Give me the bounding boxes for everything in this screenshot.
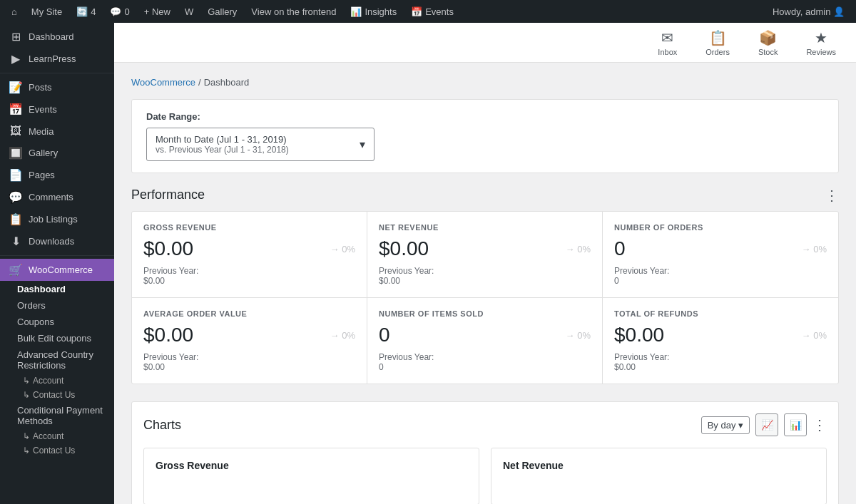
by-day-select[interactable]: By day ▾ — [701, 416, 750, 434]
perf-value-row-items-sold: 0 → 0% — [379, 324, 591, 346]
charts-section: Charts By day ▾ 📈 📊 ⋮ — [131, 401, 839, 504]
perf-prev-net-revenue: Previous Year: $0.00 — [379, 266, 591, 286]
performance-section: Performance ⋮ GROSS REVENUE $0.00 → 0% P… — [131, 187, 839, 384]
adminbar-site-name[interactable]: My Site — [26, 0, 68, 23]
performance-more-icon[interactable]: ⋮ — [825, 188, 839, 202]
perf-value-net-revenue: $0.00 — [379, 237, 429, 260]
sidebar-item-gallery[interactable]: 🔲 Gallery — [0, 142, 114, 164]
perf-change-gross-revenue: → 0% — [330, 244, 355, 254]
sidebar-item-downloads[interactable]: ⬇ Downloads — [0, 230, 114, 252]
adminbar-insights[interactable]: 📊 Insights — [345, 0, 402, 23]
performance-grid: GROSS REVENUE $0.00 → 0% Previous Year: … — [131, 211, 839, 384]
perf-value-row-gross-revenue: $0.00 → 0% — [143, 237, 355, 260]
sidebar-item-learnpress[interactable]: ▶ LearnPress — [0, 48, 114, 70]
net-revenue-chart-title: Net Revenue — [503, 460, 815, 471]
sidebar-submenu-cpm-contact[interactable]: ↳ Contact Us — [0, 443, 114, 458]
sidebar-submenu-orders[interactable]: Orders — [0, 297, 114, 314]
sidebar-item-media[interactable]: 🖼 Media — [0, 120, 114, 142]
adminbar-events[interactable]: 📅 Events — [405, 0, 459, 23]
perf-cell-gross-revenue: GROSS REVENUE $0.00 → 0% Previous Year: … — [132, 212, 367, 298]
adminbar-user[interactable]: Howdy, admin 👤 — [767, 6, 850, 17]
sidebar-submenu-bulk-edit[interactable]: Bulk Edit coupons — [0, 330, 114, 346]
content-inner: WooCommerce / Dashboard Date Range: Mont… — [114, 63, 856, 504]
bar-chart-icon: 📊 — [790, 419, 802, 431]
adminbar-new[interactable]: + New — [138, 0, 176, 23]
sidebar: ⊞ Dashboard ▶ LearnPress 📝 Posts 📅 Event… — [0, 23, 114, 504]
sidebar-submenu-advanced-country[interactable]: Advanced Country Restrictions — [0, 346, 114, 374]
media-icon: 🖼 — [9, 125, 23, 138]
sidebar-item-comments[interactable]: 💬 Comments — [0, 186, 114, 208]
reviews-icon: ★ — [815, 29, 827, 46]
perf-change-avg-order: → 0% — [330, 330, 355, 341]
main-layout: ⊞ Dashboard ▶ LearnPress 📝 Posts 📅 Event… — [0, 23, 856, 504]
perf-value-orders: 0 — [614, 237, 626, 260]
date-range-label: Date Range: — [146, 111, 824, 122]
charts-more-icon[interactable]: ⋮ — [812, 418, 827, 432]
adminbar-comments[interactable]: 💬 0 — [104, 0, 135, 23]
top-icon-orders[interactable]: 📋 Orders — [700, 26, 735, 59]
charts-controls: By day ▾ 📈 📊 ⋮ — [701, 413, 827, 436]
perf-cell-orders: NUMBER OF ORDERS 0 → 0% Previous Year: 0 — [603, 212, 838, 298]
admin-bar: ⌂ My Site 🔄 4 💬 0 + New W Gallery View o… — [0, 0, 856, 23]
perf-cell-avg-order: AVERAGE ORDER VALUE $0.00 → 0% Previous … — [132, 298, 367, 384]
sidebar-item-woocommerce[interactable]: 🛒 WooCommerce — [0, 259, 114, 281]
adminbar-wp[interactable]: W — [179, 0, 199, 23]
performance-title: Performance — [131, 187, 205, 202]
sidebar-submenu-cpm-account[interactable]: ↳ Account — [0, 429, 114, 443]
sidebar-submenu-account-1[interactable]: ↳ Account — [0, 374, 114, 388]
stock-icon: 📦 — [759, 29, 777, 46]
sidebar-submenu-conditional-payment[interactable]: Conditional Payment Methods — [0, 402, 114, 429]
breadcrumb-parent[interactable]: WooCommerce — [131, 77, 195, 88]
date-range-text: Month to Date (Jul 1 - 31, 2019) vs. Pre… — [156, 134, 289, 155]
perf-change-net-revenue: → 0% — [566, 244, 591, 254]
sidebar-submenu-coupons[interactable]: Coupons — [0, 314, 114, 330]
sidebar-item-events[interactable]: 📅 Events — [0, 98, 114, 120]
net-revenue-chart-card: Net Revenue — [491, 448, 827, 504]
sidebar-item-posts[interactable]: 📝 Posts — [0, 76, 114, 98]
perf-label-orders: NUMBER OF ORDERS — [614, 223, 827, 232]
date-range-select[interactable]: Month to Date (Jul 1 - 31, 2019) vs. Pre… — [146, 128, 374, 161]
adminbar-site-icon[interactable]: ⌂ — [6, 0, 23, 23]
perf-value-gross-revenue: $0.00 — [143, 237, 193, 260]
woocommerce-icon: 🛒 — [9, 263, 23, 277]
perf-label-avg-order: AVERAGE ORDER VALUE — [143, 309, 355, 318]
posts-icon: 📝 — [9, 81, 23, 94]
perf-label-items-sold: NUMBER OF ITEMS SOLD — [379, 309, 591, 318]
breadcrumb-current: Dashboard — [204, 77, 250, 88]
perf-value-row-orders: 0 → 0% — [614, 237, 827, 260]
charts-title: Charts — [143, 418, 181, 433]
perf-prev-refunds: Previous Year: $0.00 — [614, 352, 827, 372]
perf-change-orders: → 0% — [802, 244, 827, 254]
perf-cell-net-revenue: NET REVENUE $0.00 → 0% Previous Year: $0… — [367, 212, 603, 298]
perf-prev-gross-revenue: Previous Year: $0.00 — [143, 266, 355, 286]
events-icon: 📅 — [9, 103, 23, 116]
sidebar-main-nav: ⊞ Dashboard ▶ LearnPress 📝 Posts 📅 Event… — [0, 23, 114, 461]
date-range-section: Date Range: Month to Date (Jul 1 - 31, 2… — [131, 99, 839, 173]
top-icon-inbox[interactable]: ✉ Inbox — [652, 26, 683, 59]
sidebar-item-pages[interactable]: 📄 Pages — [0, 164, 114, 186]
perf-prev-avg-order: Previous Year: $0.00 — [143, 352, 355, 372]
line-chart-icon: 📈 — [761, 419, 773, 431]
job-listings-icon: 📋 — [9, 212, 23, 226]
perf-value-items-sold: 0 — [379, 324, 390, 346]
learnpress-icon: ▶ — [9, 52, 23, 66]
sidebar-item-dashboard[interactable]: ⊞ Dashboard — [0, 26, 114, 48]
perf-cell-items-sold: NUMBER OF ITEMS SOLD 0 → 0% Previous Yea… — [367, 298, 603, 384]
perf-change-items-sold: → 0% — [566, 330, 591, 341]
sidebar-submenu-dashboard[interactable]: Dashboard — [0, 281, 114, 297]
top-icon-reviews[interactable]: ★ Reviews — [800, 26, 842, 59]
perf-value-row-refunds: $0.00 → 0% — [614, 324, 827, 346]
breadcrumb: WooCommerce / Dashboard — [131, 77, 839, 88]
chart-bar-btn[interactable]: 📊 — [784, 413, 807, 436]
perf-value-avg-order: $0.00 — [143, 324, 193, 346]
adminbar-gallery[interactable]: Gallery — [202, 0, 243, 23]
chart-line-btn[interactable]: 📈 — [755, 413, 778, 436]
perf-label-net-revenue: NET REVENUE — [379, 223, 591, 232]
adminbar-view-frontend[interactable]: View on the frontend — [245, 0, 342, 23]
sidebar-submenu-contact-1[interactable]: ↳ Contact Us — [0, 388, 114, 402]
top-icon-stock[interactable]: 📦 Stock — [753, 26, 784, 59]
adminbar-updates[interactable]: 🔄 4 — [71, 0, 101, 23]
perf-label-gross-revenue: GROSS REVENUE — [143, 223, 355, 232]
sidebar-item-job-listings[interactable]: 📋 Job Listings — [0, 208, 114, 230]
gross-revenue-chart-card: Gross Revenue — [143, 448, 479, 504]
